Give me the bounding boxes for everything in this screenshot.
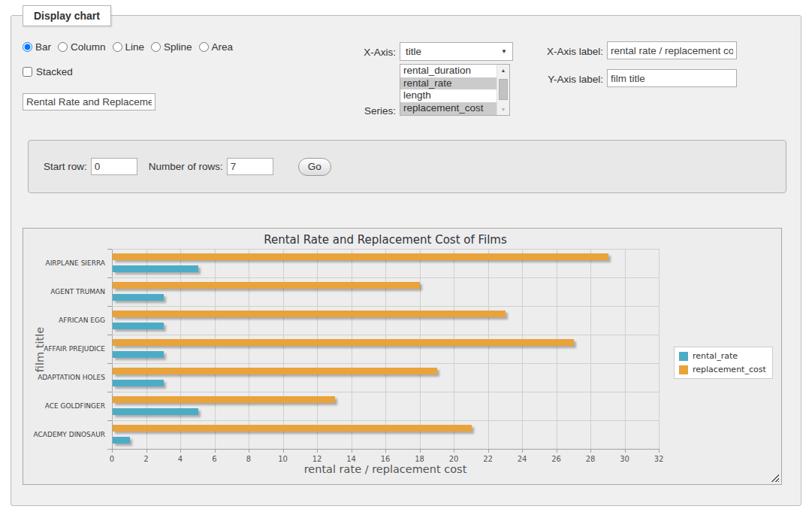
gridline xyxy=(454,249,454,449)
band-separator xyxy=(112,277,659,278)
chart-container: Rental Rate and Replacement Cost of Film… xyxy=(23,228,782,485)
chart-type-option-line[interactable]: Line xyxy=(113,41,145,53)
chart-type-label: Line xyxy=(125,41,145,53)
y-tick xyxy=(107,363,112,364)
category-label: ACE GOLDFINGER xyxy=(45,402,105,410)
x-tick-label: 28 xyxy=(586,455,596,463)
legend-item-replacement_cost: replacement_cost xyxy=(679,365,766,374)
y-tick xyxy=(107,420,112,421)
bar-rental_rate xyxy=(113,437,130,444)
y-tick xyxy=(107,392,112,392)
chart-type-radio-area[interactable] xyxy=(199,42,209,52)
bar-rental_rate xyxy=(113,323,164,329)
bar-rental_rate xyxy=(113,408,198,415)
num-rows-label: Number of rows: xyxy=(149,161,223,172)
chart-title-input[interactable] xyxy=(23,93,155,111)
x-tick-label: 18 xyxy=(415,455,424,463)
gridline xyxy=(625,249,626,449)
series-option-replacement_cost[interactable]: replacement_cost xyxy=(400,102,497,115)
x-axis-select-label: X-Axis: xyxy=(334,47,396,58)
resize-grip-icon[interactable] xyxy=(771,474,779,482)
scrollbar-thumb[interactable] xyxy=(499,79,508,100)
chart-title: Rental Rate and Replacement Cost of Film… xyxy=(112,233,659,247)
gridline xyxy=(283,249,284,449)
chart-type-radio-line[interactable] xyxy=(113,42,122,52)
bar-replacement_cost xyxy=(113,311,506,317)
bar-replacement_cost xyxy=(113,396,335,403)
pagination-box: Start row: Number of rows: Go xyxy=(28,140,786,193)
legend-swatch-icon xyxy=(679,365,688,374)
y-tick xyxy=(107,249,112,250)
series-options: rental_durationrental_ratelengthreplacem… xyxy=(400,65,497,115)
x-axis-label-label: X-Axis label: xyxy=(518,46,603,57)
band-separator xyxy=(112,335,659,335)
chart-type-radio-bar[interactable] xyxy=(23,42,32,52)
y-tick xyxy=(107,335,112,335)
category-label: AFFAIR PREJUDICE xyxy=(44,345,105,353)
series-option-rental_duration[interactable]: rental_duration xyxy=(400,65,497,77)
gridline xyxy=(590,249,591,449)
y-axis-label-input[interactable] xyxy=(607,69,737,87)
start-row-input[interactable] xyxy=(91,158,137,175)
chart-legend: rental_ratereplacement_cost xyxy=(674,347,773,379)
x-tick-label: 26 xyxy=(551,455,561,463)
band-separator xyxy=(112,249,659,250)
x-tick-label: 0 xyxy=(110,455,114,463)
chart-type-label: Bar xyxy=(35,41,51,53)
bar-replacement_cost xyxy=(113,368,437,374)
series-scrollbar[interactable]: ▲ ▼ xyxy=(497,65,509,115)
gridline xyxy=(385,249,386,449)
band-separator xyxy=(112,392,659,392)
bar-replacement_cost xyxy=(113,425,472,432)
chart-type-radio-group: BarColumnLineSplineArea xyxy=(23,41,233,53)
x-tick-label: 12 xyxy=(312,455,322,463)
stacked-checkbox-row[interactable]: Stacked xyxy=(23,66,73,77)
chart-type-option-bar[interactable]: Bar xyxy=(23,41,51,53)
series-option-rental_rate[interactable]: rental_rate xyxy=(400,77,497,90)
x-axis-title: rental rate / replacement cost xyxy=(112,463,659,475)
x-tick-label: 30 xyxy=(620,455,629,463)
band-separator xyxy=(112,306,659,307)
chart-type-radio-spline[interactable] xyxy=(151,42,161,52)
bar-rental_rate xyxy=(113,380,164,386)
scroll-down-icon[interactable]: ▼ xyxy=(497,104,509,115)
stacked-checkbox[interactable] xyxy=(23,67,32,77)
gridline xyxy=(659,249,660,449)
gridline xyxy=(557,249,557,449)
legend-label: rental_rate xyxy=(693,351,738,361)
category-label: AIRPLANE SIERRA xyxy=(45,259,105,267)
x-tick-label: 14 xyxy=(346,455,356,463)
gridline xyxy=(420,249,421,449)
chart-type-option-spline[interactable]: Spline xyxy=(151,41,192,53)
x-axis-select-value: title xyxy=(406,46,421,57)
y-axis-label-label: Y-Axis label: xyxy=(518,74,603,85)
gridline xyxy=(488,249,489,449)
num-rows-input[interactable] xyxy=(227,158,273,175)
x-tick-label: 8 xyxy=(246,455,251,463)
scroll-up-icon[interactable]: ▲ xyxy=(497,65,509,76)
bar-rental_rate xyxy=(113,351,164,358)
start-row-label: Start row: xyxy=(44,161,87,172)
band-separator xyxy=(112,420,659,421)
stacked-label: Stacked xyxy=(36,66,73,77)
chart-type-option-area[interactable]: Area xyxy=(199,41,234,53)
y-tick xyxy=(107,306,112,307)
chart-type-label: Spline xyxy=(164,41,192,53)
gridline xyxy=(317,249,318,449)
series-listbox[interactable]: rental_durationrental_ratelengthreplacem… xyxy=(400,64,510,116)
bar-rental_rate xyxy=(113,294,164,301)
x-axis-select[interactable]: title ▼ xyxy=(400,42,513,61)
page: Display chart BarColumnLineSplineArea St… xyxy=(0,0,812,512)
x-tick-label: 4 xyxy=(178,455,183,463)
bar-replacement_cost xyxy=(113,339,574,346)
series-option-length[interactable]: length xyxy=(400,89,497,102)
panel-legend: Display chart xyxy=(23,5,111,26)
go-button[interactable]: Go xyxy=(298,158,331,176)
gridline xyxy=(180,249,181,449)
x-axis-label-input[interactable] xyxy=(607,41,737,59)
x-tick-label: 6 xyxy=(212,455,216,463)
chart-type-radio-column[interactable] xyxy=(58,42,68,52)
x-tick-label: 2 xyxy=(143,455,148,463)
category-label: ADAPTATION HOLES xyxy=(38,374,105,381)
chart-type-option-column[interactable]: Column xyxy=(58,41,106,53)
